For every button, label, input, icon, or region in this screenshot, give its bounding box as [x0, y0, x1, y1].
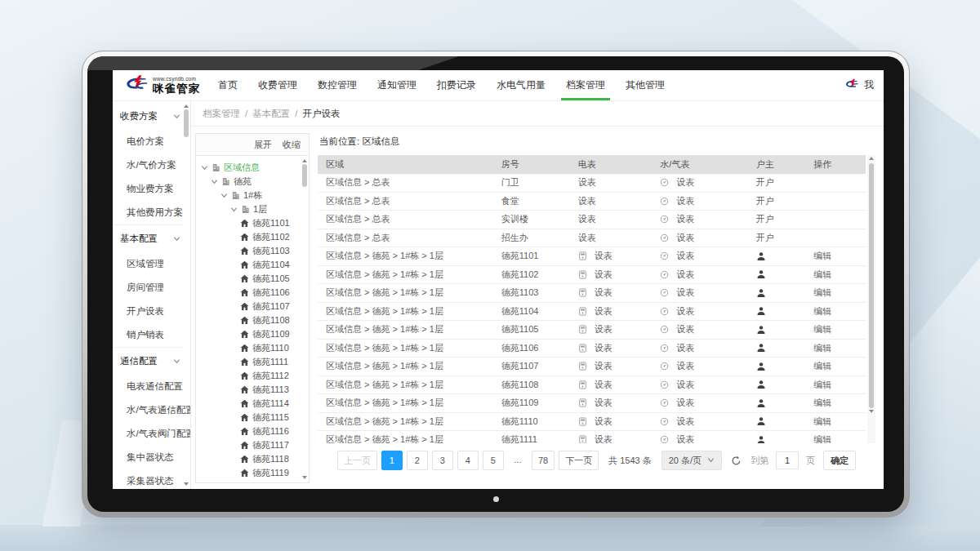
tree-leaf[interactable]: 德苑1120: [199, 480, 301, 482]
scroll-down-icon[interactable]: [184, 482, 189, 486]
page-ellipsis[interactable]: ...: [508, 451, 528, 469]
set-meter-link[interactable]: 设表: [676, 379, 694, 391]
sidebar-group-header[interactable]: 收费方案: [113, 103, 184, 130]
tree-branch[interactable]: 1层: [199, 202, 301, 216]
person-icon[interactable]: [756, 325, 766, 335]
edit-link[interactable]: 编辑: [813, 269, 831, 281]
set-meter-link[interactable]: 设表: [595, 342, 612, 354]
sidebar-item[interactable]: 采集器状态: [113, 469, 184, 489]
app-logo[interactable]: www.csyndb.com 咪雀管家: [122, 74, 200, 96]
edit-link[interactable]: 编辑: [813, 305, 831, 318]
sidebar-item[interactable]: 其他费用方案: [113, 201, 184, 224]
set-meter-link[interactable]: 设表: [676, 360, 694, 372]
tree-branch[interactable]: 1#栋: [199, 189, 301, 202]
edit-link[interactable]: 编辑: [813, 342, 831, 354]
tree-scrollbar[interactable]: [301, 158, 308, 481]
open-account-link[interactable]: 开户: [756, 176, 774, 189]
set-meter-link[interactable]: 设表: [676, 287, 694, 299]
table-scrollbar[interactable]: [867, 155, 875, 443]
sidebar-item[interactable]: 水/气价方案: [113, 153, 184, 177]
set-meter-link[interactable]: 设表: [578, 213, 596, 225]
scroll-down-icon[interactable]: [302, 476, 307, 479]
scroll-up-icon[interactable]: [869, 157, 874, 160]
tree-leaf[interactable]: 德苑1101: [199, 216, 301, 230]
set-meter-link[interactable]: 设表: [595, 269, 612, 281]
scroll-thumb[interactable]: [869, 163, 874, 408]
edit-link[interactable]: 编辑: [813, 433, 831, 443]
edit-link[interactable]: 编辑: [813, 323, 831, 335]
nav-tab-1[interactable]: 首页: [218, 70, 238, 100]
set-meter-link[interactable]: 设表: [578, 195, 596, 207]
expand-all-button[interactable]: 展开: [254, 139, 272, 151]
tree-leaf[interactable]: 德苑1110: [199, 341, 301, 355]
nav-tab-8[interactable]: 其他管理: [626, 70, 665, 100]
set-meter-link[interactable]: 设表: [595, 415, 612, 428]
refresh-button[interactable]: [731, 455, 742, 466]
sidebar-item[interactable]: 电表通信配置: [113, 375, 184, 398]
sidebar-group-header[interactable]: 通信配置: [113, 347, 184, 375]
set-meter-link[interactable]: 设表: [578, 176, 596, 189]
sidebar-item[interactable]: 区域管理: [113, 252, 184, 276]
person-icon[interactable]: [756, 306, 766, 316]
tree-leaf[interactable]: 德苑1118: [199, 452, 301, 466]
set-meter-link[interactable]: 设表: [676, 397, 694, 409]
set-meter-link[interactable]: 设表: [595, 305, 612, 318]
set-meter-link[interactable]: 设表: [676, 433, 694, 443]
page-button[interactable]: 78: [532, 451, 555, 470]
set-meter-link[interactable]: 设表: [676, 213, 694, 225]
tree-leaf[interactable]: 德苑1107: [199, 300, 301, 313]
scroll-thumb[interactable]: [302, 164, 307, 187]
tree-branch[interactable]: 区域信息: [199, 161, 301, 175]
set-meter-link[interactable]: 设表: [676, 323, 694, 335]
set-meter-link[interactable]: 设表: [578, 232, 596, 244]
page-button[interactable]: 1: [381, 451, 403, 470]
sidebar-item[interactable]: 开户设表: [113, 300, 184, 323]
set-meter-link[interactable]: 设表: [676, 269, 694, 281]
tree-leaf[interactable]: 德苑1115: [199, 411, 301, 424]
set-meter-link[interactable]: 设表: [595, 433, 612, 443]
set-meter-link[interactable]: 设表: [676, 250, 694, 262]
caret-down-icon[interactable]: [201, 164, 208, 171]
scroll-up-icon[interactable]: [184, 104, 189, 108]
nav-tab-6[interactable]: 水电气用量: [497, 70, 546, 100]
sidebar-item[interactable]: 水/气表阀门配置: [113, 422, 184, 446]
tree-leaf[interactable]: 德苑1108: [199, 313, 301, 327]
tree-leaf[interactable]: 德苑1112: [199, 369, 301, 383]
sidebar-item[interactable]: 集中器状态: [113, 446, 184, 469]
person-icon[interactable]: [756, 380, 766, 389]
breadcrumb-item[interactable]: 基本配置: [252, 108, 290, 120]
tree-leaf[interactable]: 德苑1106: [199, 286, 301, 300]
edit-link[interactable]: 编辑: [813, 250, 831, 262]
open-account-link[interactable]: 开户: [756, 213, 774, 225]
person-icon[interactable]: [756, 269, 766, 279]
tree-leaf[interactable]: 德苑1104: [199, 258, 301, 272]
set-meter-link[interactable]: 设表: [595, 287, 612, 299]
person-icon[interactable]: [756, 398, 766, 408]
edit-link[interactable]: 编辑: [813, 379, 831, 391]
tree-leaf[interactable]: 德苑1103: [199, 244, 301, 258]
set-meter-link[interactable]: 设表: [595, 360, 612, 372]
person-icon[interactable]: [756, 362, 766, 371]
set-meter-link[interactable]: 设表: [595, 397, 612, 409]
tree-leaf[interactable]: 德苑1105: [199, 272, 301, 286]
nav-tab-4[interactable]: 通知管理: [377, 70, 416, 100]
sidebar-item[interactable]: 电价方案: [113, 130, 184, 153]
page-button[interactable]: 5: [483, 451, 504, 470]
person-icon[interactable]: [756, 288, 766, 298]
user-area[interactable]: 我: [844, 78, 874, 92]
tree-leaf[interactable]: 德苑1102: [199, 230, 301, 244]
sidebar-item[interactable]: 水/气表通信配置: [113, 398, 184, 422]
tree-branch[interactable]: 德苑: [199, 175, 301, 189]
edit-link[interactable]: 编辑: [813, 397, 831, 409]
edit-link[interactable]: 编辑: [813, 287, 831, 299]
set-meter-link[interactable]: 设表: [595, 323, 612, 335]
page-button[interactable]: 2: [407, 451, 428, 470]
sidebar-item[interactable]: 物业费方案: [113, 177, 184, 201]
set-meter-link[interactable]: 设表: [676, 415, 694, 428]
next-page-button[interactable]: 下一页: [559, 451, 599, 470]
collapse-all-button[interactable]: 收缩: [283, 139, 301, 151]
set-meter-link[interactable]: 设表: [676, 342, 694, 354]
tree-leaf[interactable]: 德苑1116: [199, 424, 301, 438]
tree-leaf[interactable]: 德苑1109: [199, 327, 301, 341]
caret-down-icon[interactable]: [211, 178, 218, 185]
